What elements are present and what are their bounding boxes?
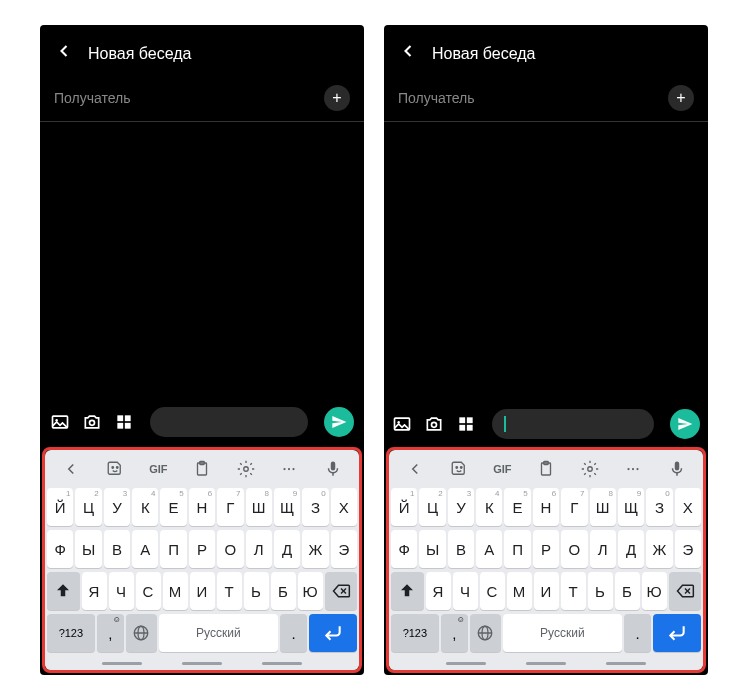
key-Й[interactable]: Й1 [47, 488, 73, 526]
key-И[interactable]: И [190, 572, 215, 610]
period-key[interactable]: . [624, 614, 651, 652]
symbols-key[interactable]: ?123 [391, 614, 439, 652]
key-Л[interactable]: Л [246, 530, 272, 568]
key-П[interactable]: П [504, 530, 530, 568]
key-К[interactable]: К4 [132, 488, 158, 526]
key-Ж[interactable]: Ж [302, 530, 328, 568]
key-Ш[interactable]: Ш8 [246, 488, 272, 526]
key-Г[interactable]: Г7 [561, 488, 587, 526]
key-Х[interactable]: Х [675, 488, 701, 526]
message-input[interactable] [150, 407, 308, 437]
gallery-icon[interactable] [392, 414, 412, 434]
key-Ч[interactable]: Ч [109, 572, 134, 610]
key-Я[interactable]: Я [426, 572, 451, 610]
period-key[interactable]: . [280, 614, 307, 652]
key-Щ[interactable]: Щ9 [618, 488, 644, 526]
backspace-key[interactable] [669, 572, 702, 610]
key-М[interactable]: М [507, 572, 532, 610]
key-Ь[interactable]: Ь [244, 572, 269, 610]
mic-icon[interactable] [655, 456, 699, 482]
key-Р[interactable]: Р [189, 530, 215, 568]
key-А[interactable]: А [132, 530, 158, 568]
key-Т[interactable]: Т [561, 572, 586, 610]
globe-key[interactable] [126, 614, 157, 652]
shift-key[interactable] [47, 572, 80, 610]
gear-icon[interactable] [568, 456, 612, 482]
add-recipient-button[interactable]: + [668, 85, 694, 111]
key-У[interactable]: У3 [104, 488, 130, 526]
key-Ь[interactable]: Ь [588, 572, 613, 610]
key-Т[interactable]: Т [217, 572, 242, 610]
key-А[interactable]: А [476, 530, 502, 568]
key-У[interactable]: У3 [448, 488, 474, 526]
key-Ч[interactable]: Ч [453, 572, 478, 610]
key-О[interactable]: О [561, 530, 587, 568]
key-И[interactable]: И [534, 572, 559, 610]
key-В[interactable]: В [448, 530, 474, 568]
key-В[interactable]: В [104, 530, 130, 568]
back-icon[interactable] [54, 41, 74, 67]
key-Б[interactable]: Б [271, 572, 296, 610]
add-recipient-button[interactable]: + [324, 85, 350, 111]
comma-key[interactable]: ,☺ [97, 614, 124, 652]
key-Ж[interactable]: Ж [646, 530, 672, 568]
clipboard-icon[interactable] [180, 456, 224, 482]
key-Д[interactable]: Д [618, 530, 644, 568]
key-Щ[interactable]: Щ9 [274, 488, 300, 526]
back-icon[interactable] [398, 41, 418, 67]
sticker-icon[interactable] [437, 456, 481, 482]
key-С[interactable]: С [480, 572, 505, 610]
globe-key[interactable] [470, 614, 501, 652]
key-Н[interactable]: Н6 [189, 488, 215, 526]
apps-icon[interactable] [456, 414, 476, 434]
backspace-key[interactable] [325, 572, 358, 610]
gallery-icon[interactable] [50, 412, 70, 432]
key-Л[interactable]: Л [590, 530, 616, 568]
key-Р[interactable]: Р [533, 530, 559, 568]
gear-icon[interactable] [224, 456, 268, 482]
key-Ю[interactable]: Ю [642, 572, 667, 610]
recipient-placeholder[interactable]: Получатель [398, 90, 475, 106]
comma-key[interactable]: ,☺ [441, 614, 468, 652]
key-О[interactable]: О [217, 530, 243, 568]
camera-icon[interactable] [82, 412, 102, 432]
key-Я[interactable]: Я [82, 572, 107, 610]
key-Е[interactable]: Е5 [160, 488, 186, 526]
chevron-left-icon[interactable] [393, 456, 437, 482]
key-Й[interactable]: Й1 [391, 488, 417, 526]
apps-icon[interactable] [114, 412, 134, 432]
key-Ш[interactable]: Ш8 [590, 488, 616, 526]
key-Ы[interactable]: Ы [419, 530, 445, 568]
key-Х[interactable]: Х [331, 488, 357, 526]
more-icon[interactable] [612, 456, 656, 482]
key-М[interactable]: М [163, 572, 188, 610]
enter-key[interactable] [309, 614, 357, 652]
symbols-key[interactable]: ?123 [47, 614, 95, 652]
key-Е[interactable]: Е5 [504, 488, 530, 526]
key-Ф[interactable]: Ф [47, 530, 73, 568]
gif-button[interactable]: GIF [136, 456, 180, 482]
key-Ю[interactable]: Ю [298, 572, 323, 610]
key-Ы[interactable]: Ы [75, 530, 101, 568]
sticker-icon[interactable] [93, 456, 137, 482]
key-З[interactable]: З0 [302, 488, 328, 526]
key-Б[interactable]: Б [615, 572, 640, 610]
shift-key[interactable] [391, 572, 424, 610]
key-Э[interactable]: Э [331, 530, 357, 568]
key-Ф[interactable]: Ф [391, 530, 417, 568]
clipboard-icon[interactable] [524, 456, 568, 482]
key-Э[interactable]: Э [675, 530, 701, 568]
more-icon[interactable] [268, 456, 312, 482]
key-П[interactable]: П [160, 530, 186, 568]
space-key[interactable]: Русский [503, 614, 622, 652]
send-button[interactable] [324, 407, 354, 437]
key-Ц[interactable]: Ц2 [75, 488, 101, 526]
gif-button[interactable]: GIF [480, 456, 524, 482]
chevron-left-icon[interactable] [49, 456, 93, 482]
key-Д[interactable]: Д [274, 530, 300, 568]
key-Г[interactable]: Г7 [217, 488, 243, 526]
key-С[interactable]: С [136, 572, 161, 610]
recipient-placeholder[interactable]: Получатель [54, 90, 131, 106]
camera-icon[interactable] [424, 414, 444, 434]
send-button[interactable] [670, 409, 700, 439]
